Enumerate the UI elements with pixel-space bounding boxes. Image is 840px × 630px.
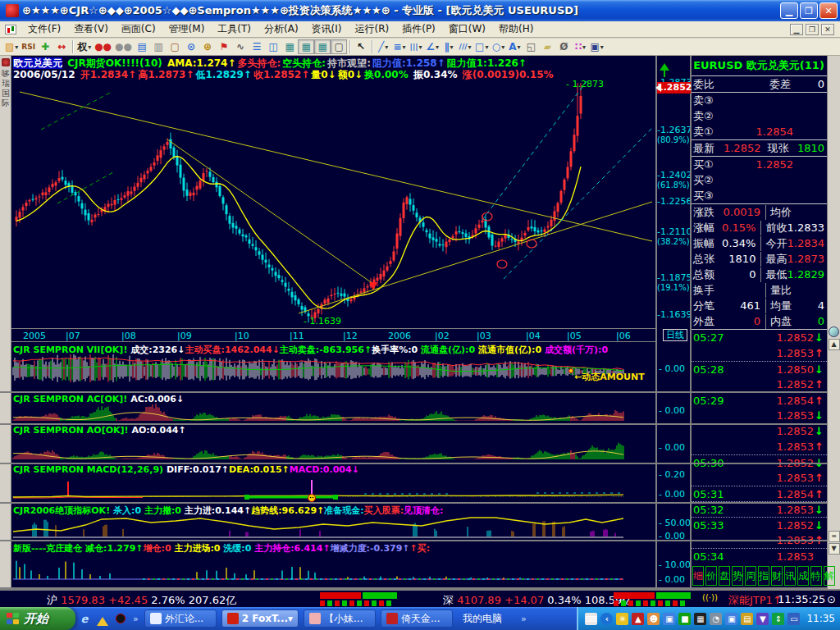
input-method-icon[interactable]: ⌨ [585, 613, 597, 625]
tick-row[interactable]: 05:331.2852↓ [691, 517, 827, 532]
globe-icon[interactable] [829, 326, 839, 337]
child-restore-button[interactable]: ❐ [806, 24, 819, 35]
chart-view-3-button[interactable]: ▦ [314, 39, 331, 54]
panel-chart-ac[interactable] [11, 404, 656, 423]
full-view-button[interactable]: ✚ [37, 39, 53, 54]
taskbar-task-3[interactable]: 倚天金... [381, 609, 453, 628]
minimize-button[interactable]: ▁ [780, 2, 798, 19]
panel-chart-kezhuang[interactable] [11, 553, 656, 587]
dynamic-quote-button[interactable]: ●● [93, 39, 113, 54]
quote-tab-价[interactable]: 价 [705, 566, 717, 586]
draw-fan-tool-button[interactable]: ∠▾ [424, 39, 441, 54]
grid-icon[interactable]: ▦ [694, 613, 706, 625]
cards-icon[interactable]: ▤ [741, 613, 753, 625]
open-chart-button[interactable]: ▨▾ [3, 39, 20, 54]
tick-row[interactable]: 05:341.2853 [691, 548, 827, 564]
sidebar-tool-icon[interactable] [2, 58, 10, 66]
quicklaunch-overflow-chevron[interactable]: » [133, 614, 139, 624]
draw-vlines-tool-button[interactable]: |||▾ [408, 39, 424, 54]
menu-item-5[interactable]: 分析(A) [258, 21, 305, 38]
triangle-icon[interactable]: ▼ [756, 613, 769, 625]
connection-status[interactable]: 深能JTP1↑ [728, 593, 782, 608]
restore-button[interactable]: ❐ [800, 2, 818, 19]
tick-row[interactable]: 1.2853↑ [691, 470, 827, 486]
network2-icon[interactable]: ▣ [725, 613, 737, 625]
draw-hlines-tool-button[interactable]: ≡▾ [391, 39, 408, 54]
child-close-button[interactable]: ✕ [821, 24, 834, 35]
anchor-up-icon[interactable] [660, 58, 669, 71]
green-square-icon[interactable]: ■ [678, 613, 691, 625]
menu-item-8[interactable]: 插件(P) [395, 21, 442, 38]
chart-view-2-button[interactable]: ▦ [298, 39, 314, 54]
eraser-tool-button[interactable]: ▰ [539, 39, 555, 54]
quote-tab-成[interactable]: 成 [797, 566, 809, 586]
taskbar-overflow-chevron[interactable]: » [521, 614, 527, 624]
taskbar-task-0[interactable]: 外汇论... [144, 609, 217, 628]
child-minimize-button[interactable]: ▁ [790, 24, 803, 35]
quicklaunch-bomb-icon[interactable] [113, 611, 128, 626]
menu-item-7[interactable]: 运行(R) [349, 21, 396, 38]
taskbar-task-1[interactable]: 2 FoxT... ▾ [221, 609, 299, 628]
layout-columns-button[interactable]: ◫ [265, 39, 281, 54]
rsi-indicator-button[interactable]: RSI [20, 39, 37, 54]
bid-row-1[interactable]: 买①1.2852 [691, 157, 827, 172]
color-palette-tool-button[interactable]: ∷▾ [572, 39, 588, 54]
quote-tab-讯[interactable]: 讯 [784, 566, 796, 586]
network-icon[interactable]: ▣ [663, 613, 675, 625]
panel-chart-ao[interactable] [11, 435, 656, 463]
menu-item-10[interactable]: 帮助(H) [492, 21, 540, 38]
period-selector[interactable]: 日线 [663, 329, 687, 341]
layout-rows-button[interactable]: ☰ [249, 39, 265, 54]
quote-tab-特[interactable]: 特 [810, 566, 822, 586]
alert-bell-button[interactable]: ⚑ [216, 39, 232, 54]
menu-item-3[interactable]: 管理(M) [162, 21, 212, 38]
menu-item-4[interactable]: 工具(T) [211, 21, 258, 38]
ask-row-2[interactable]: 卖② [691, 108, 827, 124]
quote-tab-财[interactable]: 财 [771, 566, 783, 586]
draw-parallel-tool-button[interactable]: ///▾ [457, 39, 473, 54]
quote-tab-势[interactable]: 势 [732, 566, 743, 586]
desktop-view-button[interactable]: ▢ [331, 39, 347, 54]
tick-row[interactable]: 05:271.2852↓ [691, 330, 827, 345]
ask-row-3[interactable]: 卖③ [691, 93, 827, 108]
close-button[interactable]: ✕ [819, 2, 838, 19]
scroll-down-button[interactable]: ▼ [829, 543, 840, 555]
start-button[interactable]: 开始 [0, 607, 75, 630]
menu-item-6[interactable]: 资讯(I) [305, 21, 349, 38]
menu-item-1[interactable]: 查看(V) [67, 21, 115, 38]
tick-row[interactable]: 1.2853↑ [691, 345, 827, 361]
menu-item-2[interactable]: 画面(C) [115, 21, 162, 38]
tick-row[interactable]: 1.2852↓ [691, 423, 827, 439]
quote-tab-周[interactable]: 周 [745, 566, 756, 586]
draw-rect-tool-button[interactable]: □▾ [473, 39, 490, 54]
list-menu-button[interactable]: ≡ [829, 531, 840, 542]
menu-item-9[interactable]: 窗口(W) [442, 21, 492, 38]
ask-row-1[interactable]: 卖①1.2854 [691, 124, 827, 139]
copy-object-tool-button[interactable]: ◱ [523, 39, 539, 54]
panel-chart-macd[interactable] [11, 476, 656, 502]
bid-row-3[interactable]: 买③ [691, 188, 827, 203]
quote-tab-指[interactable]: 指 [758, 566, 769, 586]
system-tools-button[interactable]: ⊕ [199, 39, 216, 54]
users-icon[interactable]: ☻ [647, 613, 660, 625]
save-drawing-tool-button[interactable]: ▣▾ [588, 39, 605, 54]
monitor-clock-icon[interactable]: ▭ [788, 613, 800, 625]
quicklaunch-warning-icon[interactable] [95, 611, 110, 626]
collapse-tray-icon[interactable]: ‹ [600, 613, 613, 625]
menu-item-0[interactable]: 文件(F) [21, 21, 67, 38]
status-circle-icon[interactable]: ⊙ [827, 593, 836, 605]
lock-drawing-tool-button[interactable]: Ø [555, 39, 572, 54]
tick-row[interactable]: 05:311.2854↑ [691, 486, 827, 501]
updown-icon[interactable]: ⇕ [772, 613, 784, 625]
rights-adjust-button[interactable]: 权▾ [75, 39, 93, 54]
quote-tab-解[interactable]: 解 [824, 566, 835, 586]
draw-text-tool-button[interactable]: A▾ [506, 39, 523, 54]
starburst-icon[interactable]: ✳ [616, 613, 628, 625]
taskbar-task-4[interactable]: 我的电脑 [458, 609, 515, 628]
tick-row[interactable]: 1.2852↑ [691, 377, 827, 392]
horizontal-scale-button[interactable]: ↔ [53, 39, 70, 54]
panel-chart-vii[interactable] [11, 354, 656, 391]
taskbar-task-2[interactable]: 【小妹... [304, 609, 376, 628]
search-button[interactable]: ⊙ [183, 39, 199, 54]
panel-chart-top-indicator[interactable] [11, 515, 656, 540]
